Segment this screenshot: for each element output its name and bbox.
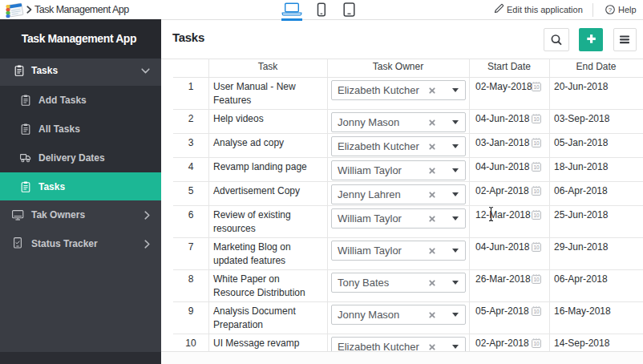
svg-text:10: 10 [533, 188, 540, 194]
svg-text:10: 10 [533, 245, 540, 250]
svg-text:?: ? [609, 6, 613, 14]
svg-text:10: 10 [533, 341, 540, 346]
svg-text:10: 10 [533, 140, 540, 146]
svg-text:10: 10 [533, 84, 540, 90]
svg-text:10: 10 [533, 212, 540, 218]
svg-text:10: 10 [533, 277, 540, 282]
svg-text:10: 10 [533, 116, 540, 122]
svg-text:10: 10 [533, 309, 540, 314]
svg-text:10: 10 [533, 164, 540, 170]
